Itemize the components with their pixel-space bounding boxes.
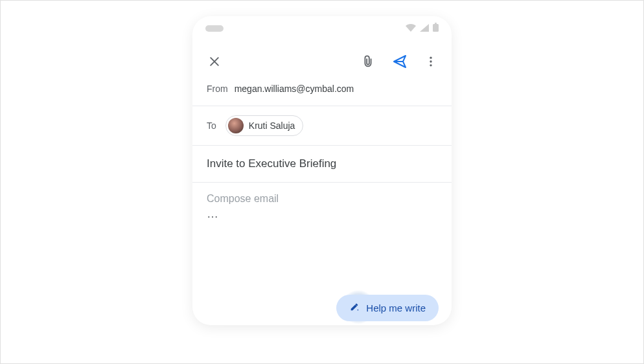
more-vert-icon: [424, 55, 437, 68]
battery-icon: [433, 23, 439, 34]
paperclip-icon: [361, 54, 375, 69]
svg-point-2: [430, 57, 431, 59]
status-bar: [192, 16, 452, 41]
svg-point-3: [430, 60, 431, 62]
phone-frame: From megan.williams@cymbal.com To Kruti …: [192, 16, 452, 325]
status-icons: [406, 23, 439, 34]
close-icon: [208, 55, 221, 68]
avatar: [228, 118, 244, 133]
send-icon: [392, 54, 408, 69]
from-label: From: [207, 84, 228, 94]
send-button[interactable]: [392, 54, 408, 69]
compose-body[interactable]: Compose email … Help me write: [192, 183, 452, 325]
svg-rect-0: [433, 24, 439, 32]
wifi-icon: [406, 23, 416, 34]
from-row[interactable]: From megan.williams@cymbal.com: [192, 81, 452, 106]
status-pill: [205, 25, 224, 32]
subject-input[interactable]: Invite to Executive Briefing: [192, 146, 452, 182]
body-placeholder: Compose email: [207, 193, 437, 205]
help-me-write-button[interactable]: Help me write: [336, 295, 439, 321]
body-ellipsis: …: [207, 207, 437, 221]
from-email: megan.williams@cymbal.com: [235, 84, 354, 94]
more-button[interactable]: [424, 55, 437, 68]
to-row[interactable]: To Kruti Saluja: [192, 106, 452, 145]
to-label: To: [207, 120, 216, 131]
svg-point-4: [430, 64, 431, 66]
svg-rect-1: [435, 23, 437, 24]
pencil-sparkle-icon: [349, 303, 360, 313]
signal-icon: [420, 23, 429, 34]
recipient-name: Kruti Saluja: [249, 120, 295, 131]
compose-toolbar: [192, 41, 452, 81]
attach-button[interactable]: [361, 54, 375, 69]
help-me-write-label: Help me write: [366, 302, 426, 313]
toolbar-actions: [361, 54, 437, 69]
close-button[interactable]: [207, 54, 222, 69]
recipient-chip[interactable]: Kruti Saluja: [225, 115, 304, 136]
